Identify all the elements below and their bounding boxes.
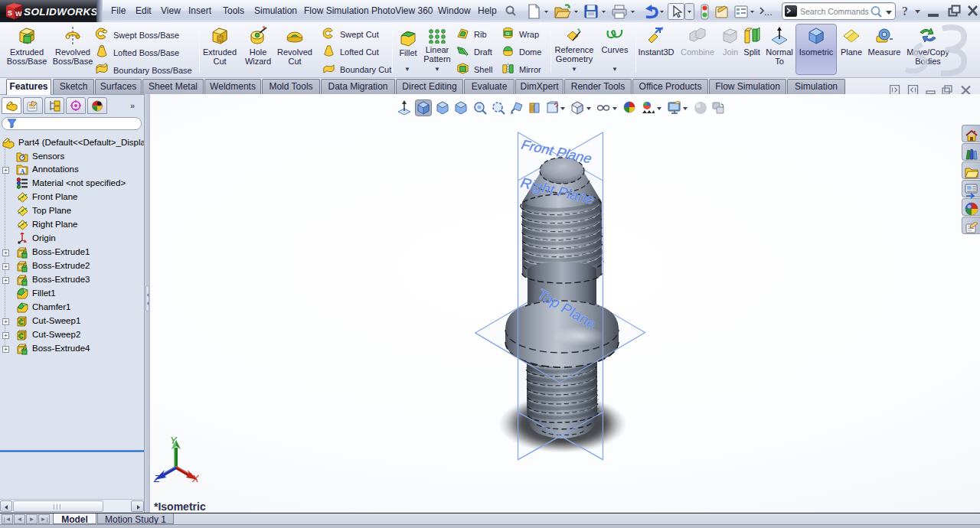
svg-text:?: ?	[902, 5, 908, 18]
svg-text:Z: Z	[153, 473, 161, 484]
svg-text:A: A	[20, 168, 25, 175]
svg-text:...: ...	[764, 6, 773, 18]
svg-text:G: G	[506, 31, 509, 36]
svg-text:X: X	[191, 473, 200, 484]
svg-text:Y: Y	[170, 435, 178, 446]
svg-text:W: W	[15, 10, 22, 18]
svg-text:S: S	[8, 9, 12, 17]
